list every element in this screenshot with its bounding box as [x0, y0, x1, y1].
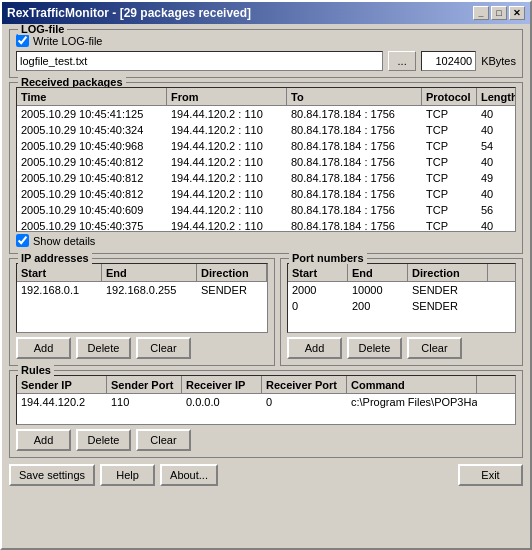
rules-col-sender-port: Sender Port: [107, 376, 182, 393]
close-button[interactable]: ✕: [509, 6, 525, 20]
cell-from: 194.44.120.2 : 110: [167, 186, 287, 202]
port-add-button[interactable]: Add: [287, 337, 342, 359]
cell-time: 2005.10.29 10:45:40:812: [17, 186, 167, 202]
ip-addresses-group: IP addresses Start End Direction 192.168…: [9, 258, 275, 366]
cell-length: 40: [477, 122, 515, 138]
port-cell-direction: SENDER: [408, 298, 488, 314]
log-file-group-title: LOG-file: [18, 24, 67, 35]
port-table-row[interactable]: 2000 10000 SENDER: [288, 282, 515, 298]
rules-col-receiver-port: Receiver Port: [262, 376, 347, 393]
port-table-header: Start End Direction: [288, 264, 515, 282]
cell-length: 40: [477, 154, 515, 170]
ip-btn-row: Add Delete Clear: [16, 337, 268, 359]
ip-table-row[interactable]: 192.168.0.1 192.168.0.255 SENDER: [17, 282, 267, 298]
cell-time: 2005.10.29 10:45:40:324: [17, 122, 167, 138]
cell-length: 40: [477, 218, 515, 231]
col-header-protocol: Protocol: [422, 88, 477, 105]
packages-table-header: Time From To Protocol Length: [17, 88, 515, 106]
port-cell-end: 10000: [348, 282, 408, 298]
ip-cell-start: 192.168.0.1: [17, 282, 102, 298]
table-row[interactable]: 2005.10.29 10:45:40:812 194.44.120.2 : 1…: [17, 170, 515, 186]
cell-from: 194.44.120.2 : 110: [167, 202, 287, 218]
packages-table: Time From To Protocol Length 2005.10.29 …: [16, 87, 516, 232]
cell-time: 2005.10.29 10:45:40:968: [17, 138, 167, 154]
show-details-row: Show details: [16, 234, 516, 247]
port-col-start: Start: [288, 264, 348, 281]
ip-clear-button[interactable]: Clear: [136, 337, 191, 359]
port-delete-button[interactable]: Delete: [347, 337, 402, 359]
rules-table-row[interactable]: 194.44.120.2 110 0.0.0.0 0 c:\Program Fi…: [17, 394, 515, 410]
port-cell-direction: SENDER: [408, 282, 488, 298]
rules-cell-receiver-ip: 0.0.0.0: [182, 394, 262, 410]
cell-from: 194.44.120.2 : 110: [167, 122, 287, 138]
received-packages-group: Received packages Time From To Protocol …: [9, 82, 523, 254]
port-clear-button[interactable]: Clear: [407, 337, 462, 359]
table-row[interactable]: 2005.10.29 10:45:40:375 194.44.120.2 : 1…: [17, 218, 515, 231]
rules-add-button[interactable]: Add: [16, 429, 71, 451]
rules-title: Rules: [18, 364, 54, 376]
browse-button[interactable]: ...: [388, 51, 416, 71]
rules-clear-button[interactable]: Clear: [136, 429, 191, 451]
save-settings-button[interactable]: Save settings: [9, 464, 95, 486]
about-button[interactable]: About...: [160, 464, 218, 486]
col-header-from: From: [167, 88, 287, 105]
cell-protocol: TCP: [422, 154, 477, 170]
ip-table: Start End Direction 192.168.0.1 192.168.…: [16, 263, 268, 333]
ip-cell-end: 192.168.0.255: [102, 282, 197, 298]
rules-cell-command: c:\Program Files\POP3Handler\POP3...: [347, 394, 477, 410]
exit-button[interactable]: Exit: [458, 464, 523, 486]
cell-time: 2005.10.29 10:45:40:812: [17, 154, 167, 170]
ip-port-section: IP addresses Start End Direction 192.168…: [9, 258, 523, 366]
maximize-button[interactable]: □: [491, 6, 507, 20]
ip-col-direction: Direction: [197, 264, 267, 281]
cell-to: 80.84.178.184 : 1756: [287, 218, 422, 231]
cell-protocol: TCP: [422, 218, 477, 231]
rules-btn-row: Add Delete Clear: [16, 429, 516, 451]
port-numbers-group: Port numbers Start End Direction 2000 10…: [280, 258, 523, 366]
ip-addresses-title: IP addresses: [18, 252, 92, 264]
show-details-checkbox[interactable]: [16, 234, 29, 247]
ip-table-header: Start End Direction: [17, 264, 267, 282]
cell-to: 80.84.178.184 : 1756: [287, 122, 422, 138]
ip-add-button[interactable]: Add: [16, 337, 71, 359]
cell-from: 194.44.120.2 : 110: [167, 138, 287, 154]
col-header-to: To: [287, 88, 422, 105]
cell-time: 2005.10.29 10:45:40:812: [17, 170, 167, 186]
content-area: LOG-file Write LOG-file ... KBytes Recei…: [2, 24, 530, 548]
cell-to: 80.84.178.184 : 1756: [287, 170, 422, 186]
cell-from: 194.44.120.2 : 110: [167, 170, 287, 186]
cell-from: 194.44.120.2 : 110: [167, 154, 287, 170]
port-table-body: 2000 10000 SENDER 0 200 SENDER: [288, 282, 515, 332]
port-cell-start: 2000: [288, 282, 348, 298]
write-log-checkbox[interactable]: [16, 34, 29, 47]
help-button[interactable]: Help: [100, 464, 155, 486]
port-btn-row: Add Delete Clear: [287, 337, 516, 359]
col-header-length: Length: [477, 88, 516, 105]
table-row[interactable]: 2005.10.29 10:45:40:812 194.44.120.2 : 1…: [17, 154, 515, 170]
table-row[interactable]: 2005.10.29 10:45:40:812 194.44.120.2 : 1…: [17, 186, 515, 202]
rules-table: Sender IP Sender Port Receiver IP Receiv…: [16, 375, 516, 425]
rules-col-command: Command: [347, 376, 477, 393]
table-row[interactable]: 2005.10.29 10:45:41:125 194.44.120.2 : 1…: [17, 106, 515, 122]
table-row[interactable]: 2005.10.29 10:45:40:968 194.44.120.2 : 1…: [17, 138, 515, 154]
port-table-row[interactable]: 0 200 SENDER: [288, 298, 515, 314]
kbytes-label: KBytes: [481, 55, 516, 67]
rules-cell-receiver-port: 0: [262, 394, 347, 410]
write-log-label: Write LOG-file: [33, 35, 102, 47]
port-numbers-title: Port numbers: [289, 252, 367, 264]
log-filename-input[interactable]: [16, 51, 383, 71]
cell-time: 2005.10.29 10:45:40:609: [17, 202, 167, 218]
minimize-button[interactable]: _: [473, 6, 489, 20]
rules-delete-button[interactable]: Delete: [76, 429, 131, 451]
ip-table-body: 192.168.0.1 192.168.0.255 SENDER: [17, 282, 267, 332]
log-file-row: ... KBytes: [16, 51, 516, 71]
rules-col-receiver-ip: Receiver IP: [182, 376, 262, 393]
cell-time: 2005.10.29 10:45:41:125: [17, 106, 167, 122]
footer-left-buttons: Save settings Help About...: [9, 464, 218, 486]
show-details-label: Show details: [33, 235, 95, 247]
kbytes-input[interactable]: [421, 51, 476, 71]
table-row[interactable]: 2005.10.29 10:45:40:324 194.44.120.2 : 1…: [17, 122, 515, 138]
title-bar-buttons: _ □ ✕: [473, 6, 525, 20]
ip-delete-button[interactable]: Delete: [76, 337, 131, 359]
table-row[interactable]: 2005.10.29 10:45:40:609 194.44.120.2 : 1…: [17, 202, 515, 218]
